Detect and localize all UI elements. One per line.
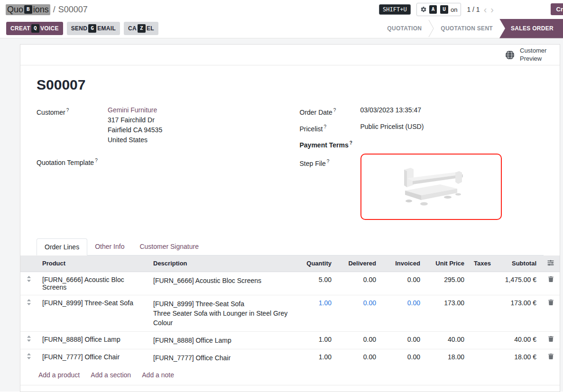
cancel-button[interactable]: CA Z EL (124, 22, 158, 35)
drag-handle-icon (27, 299, 31, 305)
tab-other-info[interactable]: Other Info (87, 238, 132, 255)
pager-next-icon[interactable]: › (490, 5, 494, 14)
drag-handle-icon (27, 276, 31, 282)
cell-unit-price[interactable]: 295.00 (425, 272, 469, 295)
cell-subtotal[interactable]: 18.00 € (492, 349, 541, 366)
optional-columns-button[interactable] (541, 255, 560, 272)
cell-subtotal[interactable]: 40.00 € (492, 331, 541, 349)
header-subtotal[interactable]: Subtotal (492, 255, 541, 272)
cell-product[interactable]: [FURN_8888] Office Lamp (37, 331, 148, 349)
add-a-product-link[interactable]: Add a product (38, 371, 80, 379)
cell-quantity[interactable]: 1.00 (294, 349, 336, 366)
add-a-section-link[interactable]: Add a section (91, 371, 131, 379)
cancel-label-pre: CA (128, 25, 137, 32)
send-email-label-pre: SEND (71, 25, 88, 32)
cell-description[interactable]: [FURN_6666] Acoustic Bloc Screens (148, 272, 294, 295)
form-sheet: Customer Preview S00007 Customer? Gemini… (20, 44, 560, 392)
cell-delivered[interactable]: 0.00 (336, 349, 381, 366)
header-unit-price[interactable]: Unit Price (425, 255, 469, 272)
breadcrumb-separator: / (53, 5, 55, 15)
send-email-label-post: EMAIL (97, 25, 116, 32)
drag-handle[interactable] (20, 331, 37, 349)
drag-handle[interactable] (20, 272, 37, 295)
customer-link[interactable]: Gemini Furniture (108, 106, 157, 114)
cell-quantity[interactable]: 1.00 (294, 331, 336, 349)
customer-address-line: United States (108, 135, 162, 145)
create-button[interactable]: Cr (551, 3, 563, 15)
field-step-file: Step File? (300, 156, 544, 220)
statusbar-separator-icon (428, 19, 434, 37)
cell-subtotal[interactable]: 1,475.00 € (492, 272, 541, 295)
action-menu-button[interactable]: A U on (416, 3, 461, 16)
create-invoice-button[interactable]: CREAT Q VOICE (6, 22, 63, 35)
cell-delivered[interactable]: 0.00 (336, 272, 381, 295)
delete-line-button[interactable] (541, 272, 560, 295)
header-invoiced[interactable]: Invoiced (381, 255, 425, 272)
hotkey-badge-create-invoice: Q (31, 24, 39, 32)
control-panel-buttons: CREAT Q VOICE SEND G EMAIL CA Z EL QUOTA… (0, 19, 563, 38)
table-row[interactable]: [FURN_6666] Acoustic Bloc Screens [FURN_… (20, 272, 560, 295)
cell-unit-price[interactable]: 18.00 (425, 349, 469, 366)
field-quotation-template: Quotation Template? (37, 155, 281, 168)
statusbar-step-sales-order-active[interactable]: SALES ORDER (499, 19, 563, 38)
breadcrumb-parent-quotations[interactable]: Quo B ions (6, 4, 50, 15)
statusbar: QUOTATION QUOTATION SENT SALES ORDER (380, 19, 563, 38)
cell-product[interactable]: [FURN_8999] Three-Seat Sofa (37, 295, 148, 331)
cell-description[interactable]: [FURN_7777] Office Chair (148, 349, 294, 366)
cell-delivered[interactable]: 0.00 (336, 295, 381, 331)
gear-icon (420, 6, 427, 13)
form-view-background: Customer Preview S00007 Customer? Gemini… (0, 38, 563, 392)
drag-handle[interactable] (20, 349, 37, 366)
pager-previous-icon[interactable]: ‹ (484, 5, 487, 14)
cell-taxes[interactable] (469, 295, 492, 331)
cell-product[interactable]: [FURN_6666] Acoustic Bloc Screens (37, 272, 148, 295)
cell-description[interactable]: [FURN_8999] Three-Seat Sofa Three Seater… (148, 295, 294, 331)
table-row[interactable]: [FURN_7777] Office Chair [FURN_7777] Off… (20, 349, 560, 366)
table-footer-links: Add a product Add a section Add a note (20, 366, 560, 385)
header-product[interactable]: Product (37, 255, 148, 272)
table-row[interactable]: [FURN_8888] Office Lamp [FURN_8888] Offi… (20, 331, 560, 349)
delete-line-button[interactable] (541, 295, 560, 331)
header-quantity[interactable]: Quantity (294, 255, 336, 272)
delete-line-button[interactable] (541, 349, 560, 366)
customer-address-line: Fairfield CA 94535 (108, 125, 162, 135)
cell-subtotal[interactable]: 173.00 € (492, 295, 541, 331)
cell-delivered[interactable]: 0.00 (336, 331, 381, 349)
cell-taxes[interactable] (469, 272, 492, 295)
globe-icon (505, 50, 515, 60)
header-taxes[interactable]: Taxes (469, 255, 492, 272)
cell-unit-price[interactable]: 40.00 (425, 331, 469, 349)
cell-invoiced[interactable]: 0.00 (381, 349, 425, 366)
cell-taxes[interactable] (469, 331, 492, 349)
step-file-image[interactable] (360, 154, 502, 220)
help-marker: ? (95, 158, 98, 163)
statusbar-step-quotation[interactable]: QUOTATION (380, 25, 428, 32)
tab-customer-signature[interactable]: Customer Signature (132, 238, 206, 255)
page-title: S00007 (37, 77, 544, 93)
tab-order-lines[interactable]: Order Lines (37, 238, 87, 255)
customer-preview-link[interactable]: Customer Preview (520, 47, 552, 63)
add-a-note-link[interactable]: Add a note (142, 371, 174, 379)
cell-quantity[interactable]: 1.00 (294, 295, 336, 331)
cell-description[interactable]: [FURN_8888] Office Lamp (148, 331, 294, 349)
cell-invoiced[interactable]: 0.00 (381, 272, 425, 295)
header-description[interactable]: Description (148, 255, 294, 272)
table-row[interactable]: [FURN_8999] Three-Seat Sofa [FURN_8999] … (20, 295, 560, 331)
cell-unit-price[interactable]: 173.00 (425, 295, 469, 331)
trash-icon (548, 354, 554, 359)
shortcut-chip: SHIFT+U (379, 4, 411, 15)
cell-invoiced[interactable]: 0.00 (381, 295, 425, 331)
cell-taxes[interactable] (469, 349, 492, 366)
pricelist-label: Pricelist? (300, 122, 360, 134)
cell-invoiced[interactable]: 0.00 (381, 331, 425, 349)
statusbar-step-quotation-sent[interactable]: QUOTATION SENT (434, 25, 499, 32)
drag-handle[interactable] (20, 295, 37, 331)
order-date-value[interactable]: 03/03/2023 13:35:47 (360, 105, 421, 118)
send-email-button[interactable]: SEND G EMAIL (67, 22, 120, 35)
pricelist-value[interactable]: Public Pricelist (USD) (360, 122, 424, 134)
header-delivered[interactable]: Delivered (336, 255, 381, 272)
cell-quantity[interactable]: 5.00 (294, 272, 336, 295)
create-invoice-label-post: VOICE (40, 25, 59, 32)
delete-line-button[interactable] (541, 331, 560, 349)
cell-product[interactable]: [FURN_7777] Office Chair (37, 349, 148, 366)
